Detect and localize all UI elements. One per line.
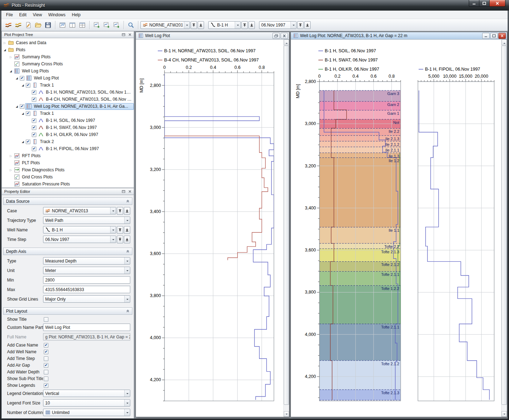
menu-file[interactable]: File (3, 11, 16, 18)
item-checkbox[interactable]: ✔ (26, 140, 30, 144)
tree-item-b-1-h-fipoil-06-nov-1997[interactable]: ✔B-1 H, FIPOIL, 06.Nov 1997 (2, 145, 134, 152)
vertical-scrollbar[interactable] (501, 40, 507, 417)
item-checkbox[interactable]: ✔ (20, 104, 24, 109)
plots-main-window-button[interactable] (4, 20, 13, 30)
close-panel-button[interactable] (127, 32, 132, 37)
float-panel-button[interactable] (121, 189, 126, 194)
snapshot-plot-to-file-button[interactable] (102, 20, 112, 30)
tile-windows-button[interactable] (77, 20, 87, 30)
item-checkbox[interactable]: ✔ (32, 132, 36, 137)
tree-item-b-4-ch-norne-atw2013-soil-06-nov-1997[interactable]: ✔B-4 CH, NORNE_ATW2013, SOIL, 06.Nov 199… (2, 96, 134, 103)
text-field-custom-name-part[interactable]: Well Log Plot (43, 324, 130, 331)
tree-item-grid-cross-plots[interactable]: Grid Cross Plots (2, 173, 134, 181)
curve-b-1-h-fipoil[interactable] (419, 90, 490, 400)
scroll-thumb[interactable] (284, 46, 289, 405)
checkbox-show-sub-plot-titles[interactable] (44, 377, 48, 381)
3d-main-window-button[interactable] (13, 20, 23, 30)
close-window-button[interactable] (498, 33, 506, 39)
snapshot-all-plots-button[interactable] (112, 20, 121, 30)
case-combo-prev-button[interactable] (191, 21, 197, 29)
time-step-combo-next-button[interactable] (304, 21, 311, 29)
expand-arrow-icon[interactable]: ▷ (8, 168, 13, 172)
minimize-button[interactable] (469, 0, 479, 7)
item-checkbox[interactable]: ✔ (32, 118, 36, 123)
curve-b-1-h-soil[interactable] (164, 74, 274, 400)
section-header-data-source[interactable]: Data Source (3, 197, 132, 205)
snapshot-plot-to-clipboard-button[interactable] (92, 20, 102, 30)
collapse-arrow-icon[interactable]: ◢ (8, 70, 13, 73)
checkbox-add-water-depth[interactable] (44, 370, 48, 374)
maximize-window-button[interactable] (490, 33, 498, 39)
split-view-button[interactable] (67, 20, 77, 30)
tree-item-track-1[interactable]: ◢✔Track 1 (2, 110, 134, 117)
item-checkbox[interactable]: ✔ (20, 76, 24, 81)
tree-item-track-2[interactable]: ◢✔Track 2 (2, 138, 134, 145)
item-checkbox[interactable]: ✔ (32, 97, 36, 102)
checkbox-add-time-step[interactable] (44, 356, 48, 361)
combo-number-of-columns[interactable]: Unlimited (43, 409, 130, 416)
combo-trajectory-type[interactable]: Well Path (43, 217, 130, 224)
close-button[interactable] (489, 0, 505, 7)
scroll-down-button[interactable] (284, 411, 289, 417)
menu-windows[interactable]: Windows (45, 11, 69, 18)
text-field-min[interactable]: 2800 (43, 276, 130, 284)
next-button[interactable] (124, 226, 130, 234)
open-project-button[interactable] (33, 20, 43, 30)
close-panel-button[interactable] (127, 189, 132, 194)
collapse-arrow-icon[interactable]: ◢ (20, 84, 25, 87)
save-project-button[interactable] (43, 20, 53, 30)
next-button[interactable] (124, 207, 130, 215)
combo-case[interactable]: NORNE_ATW2013 (43, 207, 116, 214)
tree-item-well-log-plot-norne-atw2013-b-1-h-air-ga[interactable]: ◢✔Well Log Plot: NORNE_ATW2013, B-1 H, A… (2, 103, 134, 110)
tree-item-plt-plots[interactable]: PLT Plots (2, 159, 134, 166)
tree-item-flow-diagnostics-plots[interactable]: ▷Flow Diagnostics Plots (2, 166, 134, 173)
case-combo[interactable]: NORNE_ATW2013 (140, 21, 190, 29)
vertical-scrollbar[interactable] (283, 40, 289, 417)
scroll-thumb[interactable] (502, 46, 507, 405)
item-checkbox[interactable]: ✔ (32, 125, 36, 130)
well-combo-next-button[interactable] (248, 21, 255, 29)
tree-item-track-1[interactable]: ◢✔Track 1 (2, 82, 134, 89)
checkbox-add-well-name[interactable]: ✔ (44, 350, 48, 354)
menu-help[interactable]: Help (69, 11, 84, 18)
title-bar[interactable]: Plots - ResInsight (0, 0, 509, 11)
tree-item-summary-plots[interactable]: ▷Summary Plots (2, 53, 134, 60)
collapse-arrow-icon[interactable]: ◢ (20, 140, 25, 143)
item-checkbox[interactable]: ✔ (26, 83, 30, 88)
checkbox-show-title[interactable] (44, 317, 48, 322)
collapse-arrow-icon[interactable]: ◢ (14, 77, 19, 80)
combo-legend-font-size[interactable]: 10 (43, 399, 130, 407)
item-checkbox[interactable]: ✔ (26, 111, 30, 116)
item-checkbox[interactable]: ✔ (32, 90, 36, 95)
well-combo-prev-button[interactable] (241, 21, 248, 29)
snapshot-view-button[interactable] (58, 20, 67, 30)
combo-time-step[interactable]: 06.Nov 1997 (43, 236, 116, 243)
menu-view[interactable]: View (30, 11, 45, 18)
next-button[interactable] (124, 236, 130, 243)
combo-unit[interactable]: Meter (43, 267, 130, 274)
time-step-combo-prev-button[interactable] (297, 21, 304, 29)
collapse-arrow-icon[interactable]: ◢ (14, 105, 19, 108)
scroll-up-button[interactable] (502, 40, 507, 45)
menu-edit[interactable]: Edit (16, 11, 30, 18)
tree-item-b-1-h-norne-atw2013-soil-06-nov-1997[interactable]: ✔B-1 H, NORNE_ATW2013, SOIL, 06.Nov 1997 (2, 89, 134, 96)
maximize-button[interactable] (479, 0, 489, 7)
combo-show-grid-lines[interactable]: Major Only (43, 295, 130, 303)
tree-item-well-log-plots[interactable]: ◢Well Log Plots (2, 67, 134, 75)
tree-item-saturation-pressure-plots[interactable]: Saturation Pressure Plots (2, 181, 134, 188)
restore-window-button[interactable] (273, 33, 280, 39)
tree-item-well-log-plot[interactable]: ◢✔Well Log Plot (2, 75, 134, 82)
tree-item-cases-and-data[interactable]: ▷Cases and Data (2, 39, 134, 46)
combo-legend-orientation[interactable]: Vertical (43, 390, 130, 397)
float-panel-button[interactable] (121, 32, 126, 37)
new-project-button[interactable] (23, 20, 33, 30)
curve-b-4-ch-soil[interactable] (164, 136, 268, 260)
well-log-plot-air-gap-window[interactable]: Well Log Plot: NORNE_ATW2013, B-1 H, Air… (291, 32, 507, 417)
collapse-arrow-icon[interactable]: ◢ (2, 48, 7, 52)
child-window-titlebar[interactable]: Well Log Plot: NORNE_ATW2013, B-1 H, Air… (291, 32, 507, 40)
case-combo-next-button[interactable] (198, 21, 204, 29)
tree-item-summary-cross-plots[interactable]: Summary Cross Plots (2, 60, 134, 67)
well-log-plot-window[interactable]: Well Log Plot 00.20.40.60.82,8003,0003,2… (136, 32, 289, 417)
text-field-max[interactable]: 4315.556445163833 (43, 286, 130, 293)
section-header-plot-layout[interactable]: Plot Layout (3, 307, 132, 315)
